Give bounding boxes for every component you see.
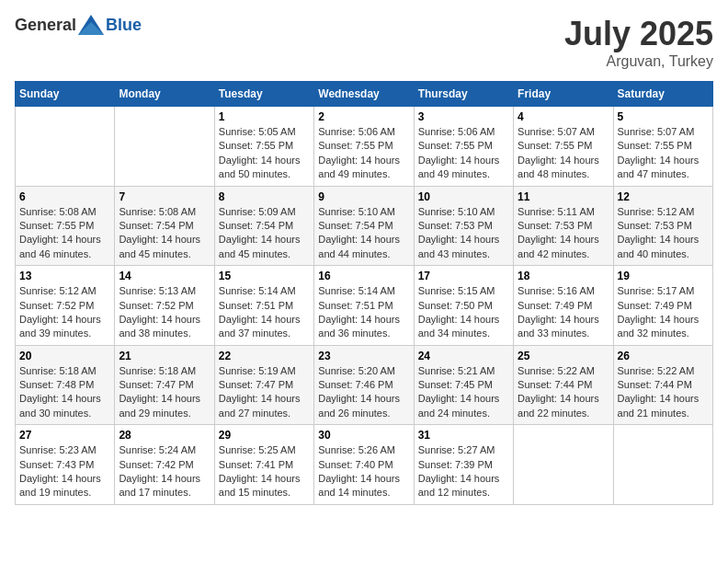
logo-icon xyxy=(78,15,104,35)
cell-info: Sunrise: 5:07 AMSunset: 7:55 PMDaylight:… xyxy=(618,125,709,182)
day-number: 22 xyxy=(219,350,310,362)
day-number: 5 xyxy=(618,110,709,123)
daylight-text: Daylight: 14 hours and 48 minutes. xyxy=(518,155,599,179)
calendar-cell: 20Sunrise: 5:18 AMSunset: 7:48 PMDayligh… xyxy=(16,345,115,425)
sunset-text: Sunset: 7:44 PM xyxy=(618,379,692,390)
cell-info: Sunrise: 5:08 AMSunset: 7:54 PMDaylight:… xyxy=(119,205,210,262)
sunset-text: Sunset: 7:49 PM xyxy=(618,300,692,311)
sunrise-text: Sunrise: 5:19 AM xyxy=(219,365,296,376)
calendar-cell xyxy=(613,425,712,505)
cell-info: Sunrise: 5:07 AMSunset: 7:55 PMDaylight:… xyxy=(518,125,609,182)
cell-info: Sunrise: 5:22 AMSunset: 7:44 PMDaylight:… xyxy=(518,364,609,421)
column-header-monday: Monday xyxy=(115,82,214,107)
daylight-text: Daylight: 14 hours and 24 minutes. xyxy=(418,393,500,418)
sunrise-text: Sunrise: 5:20 AM xyxy=(318,365,395,376)
calendar-week-row: 20Sunrise: 5:18 AMSunset: 7:48 PMDayligh… xyxy=(16,345,713,425)
page-header: General Blue July 2025 Arguvan, Turkey xyxy=(15,15,713,70)
sunrise-text: Sunrise: 5:22 AM xyxy=(518,365,595,376)
sunrise-text: Sunrise: 5:08 AM xyxy=(119,206,196,217)
sunset-text: Sunset: 7:53 PM xyxy=(418,220,493,231)
sunrise-text: Sunrise: 5:06 AM xyxy=(418,126,495,137)
calendar-cell: 9Sunrise: 5:10 AMSunset: 7:54 PMDaylight… xyxy=(314,186,414,266)
day-number: 30 xyxy=(318,429,409,442)
day-number: 10 xyxy=(418,190,509,203)
logo: General Blue xyxy=(15,15,142,35)
column-header-sunday: Sunday xyxy=(16,82,115,107)
day-number: 4 xyxy=(518,110,609,123)
sunset-text: Sunset: 7:45 PM xyxy=(418,379,493,390)
daylight-text: Daylight: 14 hours and 38 minutes. xyxy=(119,314,200,339)
cell-info: Sunrise: 5:13 AMSunset: 7:52 PMDaylight:… xyxy=(119,284,210,341)
sunrise-text: Sunrise: 5:05 AM xyxy=(219,126,296,137)
daylight-text: Daylight: 14 hours and 45 minutes. xyxy=(219,234,301,259)
daylight-text: Daylight: 14 hours and 34 minutes. xyxy=(418,314,500,339)
calendar-cell xyxy=(514,425,613,505)
calendar-cell: 21Sunrise: 5:18 AMSunset: 7:47 PMDayligh… xyxy=(115,345,214,425)
calendar-cell: 30Sunrise: 5:26 AMSunset: 7:40 PMDayligh… xyxy=(314,425,414,505)
daylight-text: Daylight: 14 hours and 50 minutes. xyxy=(219,155,301,179)
day-number: 7 xyxy=(119,190,210,203)
column-header-wednesday: Wednesday xyxy=(314,82,414,107)
daylight-text: Daylight: 14 hours and 22 minutes. xyxy=(518,393,599,418)
day-number: 3 xyxy=(418,110,509,123)
cell-info: Sunrise: 5:11 AMSunset: 7:53 PMDaylight:… xyxy=(518,205,609,262)
cell-info: Sunrise: 5:21 AMSunset: 7:45 PMDaylight:… xyxy=(418,364,509,421)
sunset-text: Sunset: 7:44 PM xyxy=(518,379,592,390)
sunset-text: Sunset: 7:52 PM xyxy=(119,300,193,311)
calendar-cell xyxy=(16,107,115,187)
daylight-text: Daylight: 14 hours and 45 minutes. xyxy=(119,234,200,259)
calendar-cell: 12Sunrise: 5:12 AMSunset: 7:53 PMDayligh… xyxy=(613,186,712,266)
cell-info: Sunrise: 5:12 AMSunset: 7:53 PMDaylight:… xyxy=(618,205,709,262)
calendar-cell: 7Sunrise: 5:08 AMSunset: 7:54 PMDaylight… xyxy=(115,186,214,266)
daylight-text: Daylight: 14 hours and 33 minutes. xyxy=(518,314,599,339)
sunset-text: Sunset: 7:47 PM xyxy=(219,379,293,390)
day-number: 28 xyxy=(119,429,210,442)
sunset-text: Sunset: 7:55 PM xyxy=(618,140,692,151)
day-number: 15 xyxy=(219,270,310,282)
day-number: 14 xyxy=(119,270,210,282)
cell-info: Sunrise: 5:20 AMSunset: 7:46 PMDaylight:… xyxy=(318,364,409,421)
day-number: 21 xyxy=(119,350,210,362)
calendar-table: SundayMondayTuesdayWednesdayThursdayFrid… xyxy=(15,81,713,505)
daylight-text: Daylight: 14 hours and 32 minutes. xyxy=(618,314,700,339)
sunset-text: Sunset: 7:41 PM xyxy=(219,459,293,470)
cell-info: Sunrise: 5:10 AMSunset: 7:54 PMDaylight:… xyxy=(318,205,409,262)
sunrise-text: Sunrise: 5:22 AM xyxy=(618,365,695,376)
calendar-cell: 3Sunrise: 5:06 AMSunset: 7:55 PMDaylight… xyxy=(414,107,513,187)
sunset-text: Sunset: 7:55 PM xyxy=(19,220,94,231)
calendar-cell: 17Sunrise: 5:15 AMSunset: 7:50 PMDayligh… xyxy=(414,266,513,346)
sunset-text: Sunset: 7:50 PM xyxy=(418,300,493,311)
sunrise-text: Sunrise: 5:13 AM xyxy=(119,285,196,296)
sunrise-text: Sunrise: 5:10 AM xyxy=(418,206,495,217)
sunset-text: Sunset: 7:53 PM xyxy=(618,220,692,231)
sunset-text: Sunset: 7:54 PM xyxy=(318,220,392,231)
calendar-cell: 23Sunrise: 5:20 AMSunset: 7:46 PMDayligh… xyxy=(314,345,414,425)
cell-info: Sunrise: 5:08 AMSunset: 7:55 PMDaylight:… xyxy=(19,205,110,262)
calendar-cell: 28Sunrise: 5:24 AMSunset: 7:42 PMDayligh… xyxy=(115,425,214,505)
logo-blue: Blue xyxy=(106,16,142,35)
sunrise-text: Sunrise: 5:14 AM xyxy=(219,285,296,296)
calendar-cell: 11Sunrise: 5:11 AMSunset: 7:53 PMDayligh… xyxy=(514,186,613,266)
day-number: 25 xyxy=(518,350,609,362)
cell-info: Sunrise: 5:14 AMSunset: 7:51 PMDaylight:… xyxy=(318,284,409,341)
calendar-cell: 5Sunrise: 5:07 AMSunset: 7:55 PMDaylight… xyxy=(613,107,712,187)
calendar-cell: 22Sunrise: 5:19 AMSunset: 7:47 PMDayligh… xyxy=(214,345,313,425)
sunset-text: Sunset: 7:52 PM xyxy=(19,300,94,311)
sunset-text: Sunset: 7:39 PM xyxy=(418,459,493,470)
day-number: 11 xyxy=(518,190,609,203)
sunrise-text: Sunrise: 5:07 AM xyxy=(618,126,695,137)
cell-info: Sunrise: 5:14 AMSunset: 7:51 PMDaylight:… xyxy=(219,284,310,341)
day-number: 18 xyxy=(518,270,609,282)
daylight-text: Daylight: 14 hours and 30 minutes. xyxy=(19,393,101,418)
sunset-text: Sunset: 7:43 PM xyxy=(19,459,94,470)
calendar-cell: 26Sunrise: 5:22 AMSunset: 7:44 PMDayligh… xyxy=(613,345,712,425)
cell-info: Sunrise: 5:26 AMSunset: 7:40 PMDaylight:… xyxy=(318,443,409,500)
sunset-text: Sunset: 7:54 PM xyxy=(219,220,293,231)
day-number: 20 xyxy=(19,350,110,362)
cell-info: Sunrise: 5:05 AMSunset: 7:55 PMDaylight:… xyxy=(219,125,310,182)
day-number: 31 xyxy=(418,429,509,442)
calendar-cell: 10Sunrise: 5:10 AMSunset: 7:53 PMDayligh… xyxy=(414,186,513,266)
calendar-week-row: 1Sunrise: 5:05 AMSunset: 7:55 PMDaylight… xyxy=(16,107,713,187)
calendar-cell: 31Sunrise: 5:27 AMSunset: 7:39 PMDayligh… xyxy=(414,425,513,505)
day-number: 24 xyxy=(418,350,509,362)
